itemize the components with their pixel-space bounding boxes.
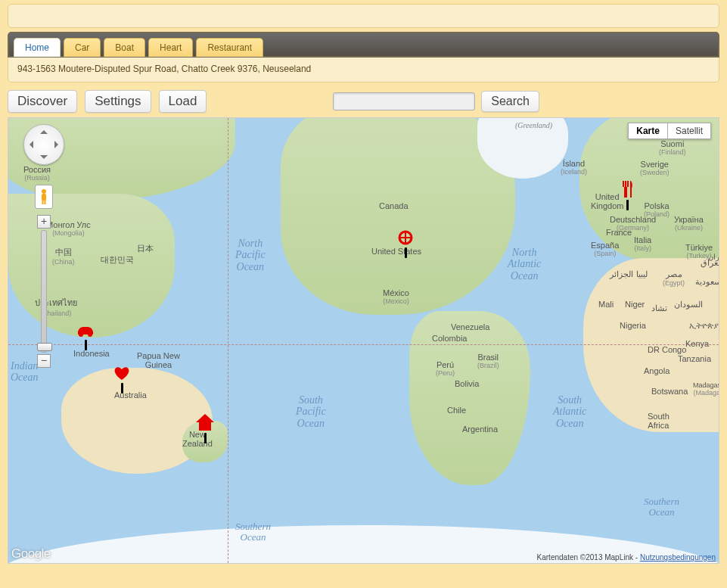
svg-point-4 [79, 332, 83, 337]
svg-point-5 [88, 332, 92, 337]
land-africa [583, 258, 719, 432]
google-logo: Google [11, 546, 51, 562]
heart-icon [113, 366, 130, 383]
tab-boat[interactable]: Boat [104, 38, 145, 57]
marker-stem [121, 383, 123, 394]
svg-rect-11 [627, 181, 629, 187]
discover-button[interactable]: Discover [8, 90, 77, 113]
label-n-atlantic: NorthAtlanticOcean [508, 247, 541, 282]
label-indian: IndianOcean [11, 360, 39, 384]
label-s-atlantic: SouthAtlanticOcean [553, 394, 586, 429]
settings-button[interactable]: Settings [85, 90, 151, 113]
heart-marker[interactable] [113, 366, 130, 394]
search-button[interactable]: Search [481, 91, 539, 112]
equator-line [8, 344, 719, 345]
pan-up-icon[interactable] [40, 126, 48, 134]
zoom-out-button[interactable]: − [37, 354, 51, 368]
circle-icon [398, 230, 413, 247]
restaurant-marker[interactable] [621, 181, 633, 210]
map-attribution: Kartendaten ©2013 MapLink - Nutzungsbedi… [537, 553, 716, 562]
tab-panel: Home Car Boat Heart Restaurant 943-1563 … [8, 32, 719, 82]
home-marker[interactable] [196, 414, 214, 443]
load-button[interactable]: Load [159, 90, 207, 113]
fork-icon [621, 181, 633, 200]
land-asia-east [8, 194, 175, 338]
svg-point-0 [42, 189, 46, 194]
dateline [228, 118, 228, 563]
svg-rect-9 [623, 181, 624, 187]
marker-stem [85, 340, 87, 350]
tab-car[interactable]: Car [64, 38, 101, 57]
tab-restaurant[interactable]: Restaurant [196, 38, 263, 57]
tab-content: 943-1563 Moutere-Disputed Spur Road, Cha… [8, 58, 719, 82]
zoom-control: + − [37, 215, 51, 368]
svg-rect-3 [45, 200, 46, 204]
marker-stem [405, 247, 407, 258]
address-text: 943-1563 Moutere-Disputed Spur Road, Cha… [17, 64, 311, 74]
label-png: Papua NewGuinea [137, 351, 180, 369]
pan-left-icon[interactable] [26, 141, 33, 148]
label-southern-2: SouthernOcean [644, 496, 679, 518]
zoom-in-button[interactable]: + [37, 215, 51, 229]
pan-rotator[interactable] [23, 124, 64, 165]
tab-home[interactable]: Home [14, 38, 61, 57]
search-input[interactable] [333, 92, 475, 110]
top-header-bar [8, 4, 719, 28]
maptype-switch: Karte Satellit [628, 123, 711, 139]
car-marker[interactable] [76, 325, 95, 350]
svg-rect-1 [42, 194, 46, 201]
pan-right-icon[interactable] [54, 141, 62, 148]
zoom-slider-handle[interactable] [37, 343, 52, 351]
streetview-pegman[interactable] [35, 185, 53, 209]
svg-rect-2 [42, 200, 44, 204]
tab-heart[interactable]: Heart [148, 38, 193, 57]
svg-rect-10 [625, 181, 626, 187]
land-sa [409, 311, 530, 485]
tab-strip: Home Car Boat Heart Restaurant [8, 32, 719, 58]
pan-down-icon[interactable] [40, 155, 48, 163]
terms-link[interactable]: Nutzungsbedingungen [640, 553, 716, 562]
label-n-pacific: NorthPacificOcean [235, 238, 266, 272]
car-icon [76, 325, 95, 340]
boat-marker[interactable] [398, 230, 413, 258]
label-s-pacific: SouthPacificOcean [296, 394, 326, 429]
home-icon [196, 414, 214, 433]
controls-row: Discover Settings Load Search [8, 90, 719, 113]
zoom-slider-track[interactable] [41, 230, 47, 353]
maptype-map[interactable]: Karte [628, 123, 667, 139]
marker-stem [626, 200, 629, 210]
map-canvas[interactable]: NorthPacificOcean SouthPacificOcean Nort… [8, 117, 719, 564]
svg-rect-12 [624, 187, 627, 198]
marker-stem [204, 433, 207, 443]
maptype-satellite[interactable]: Satellit [667, 123, 711, 139]
